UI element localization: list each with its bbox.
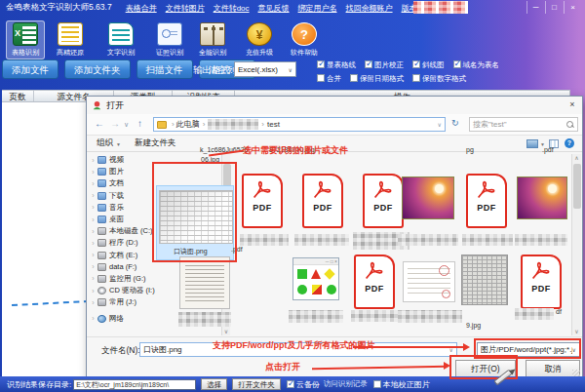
redacted-filename bbox=[289, 310, 343, 323]
scroll-down-icon[interactable]: ∨ bbox=[572, 328, 581, 335]
option-merge[interactable]: 合并 bbox=[317, 74, 341, 84]
dialog-nav-bar: ← → ∨ ↑ › 此电脑 › › test ∨ ↻ 搜索"test" bbox=[87, 114, 582, 136]
checkbox-icon[interactable] bbox=[373, 380, 381, 388]
add-file-button[interactable]: 添加文件 bbox=[2, 59, 58, 79]
file-scanned-doc-thumbnail[interactable] bbox=[179, 256, 230, 309]
option-name-as-sheetname[interactable]: 域名为表名 bbox=[453, 60, 500, 70]
options-row-2: 合并 保留日期格式 保留数字格式 bbox=[317, 74, 466, 84]
forward-icon[interactable]: → bbox=[110, 118, 120, 129]
checkbox-checked-icon[interactable] bbox=[317, 60, 325, 68]
dialog-close-icon[interactable]: × bbox=[565, 98, 580, 111]
annotation-click-open-hint: 点击打开 bbox=[265, 361, 300, 373]
organize-caret-icon: ▼ bbox=[116, 141, 121, 147]
add-folder-button[interactable]: 添加文件夹 bbox=[64, 59, 131, 79]
pdf-logo-icon bbox=[311, 179, 334, 201]
tool-table-recognition[interactable]: 表格识别 bbox=[6, 20, 45, 59]
option-keep-date-format[interactable]: 保留日期格式 bbox=[350, 74, 404, 84]
gridsheet-file-label: 9.jpg bbox=[466, 322, 481, 329]
checkbox-checked-icon[interactable] bbox=[453, 60, 461, 68]
checkbox-icon[interactable] bbox=[412, 74, 420, 82]
pdf-logo-icon bbox=[529, 260, 553, 282]
redacted-filename bbox=[515, 308, 554, 320]
teal-doc-icon bbox=[108, 22, 134, 46]
blue-dashed-annotation bbox=[12, 300, 90, 306]
checkbox-icon[interactable] bbox=[350, 74, 358, 82]
tool-text-recognition[interactable]: 文字识别 bbox=[101, 22, 140, 58]
menu-recover-account[interactable]: 找回余额账户 bbox=[346, 3, 393, 14]
output-format-select[interactable]: Excel(.xlsx) ∨ bbox=[234, 61, 296, 77]
file-pdf-thumbnail[interactable]: PDF bbox=[354, 255, 395, 309]
search-input[interactable]: 搜索"test" bbox=[469, 117, 578, 132]
new-folder-button[interactable]: 新建文件夹 bbox=[135, 137, 176, 149]
back-icon[interactable]: ← bbox=[95, 118, 104, 129]
choose-dir-button[interactable]: 选择 bbox=[201, 378, 227, 390]
file-pdf-thumbnail[interactable]: PDF bbox=[242, 174, 283, 228]
cloud-backup-option[interactable]: 云备份 bbox=[287, 379, 320, 390]
menu-merge-tables[interactable]: 表格合并 bbox=[126, 3, 157, 14]
breadcrumb-caret-icon[interactable]: ∨ bbox=[438, 121, 442, 128]
open-folder-button[interactable]: 打开文件夹 bbox=[232, 378, 281, 390]
save-dir-path[interactable]: E:\文档\ocr_jm189cn\jm189cn\ bbox=[73, 379, 196, 390]
video-icon bbox=[98, 156, 106, 164]
close-button[interactable]: × bbox=[564, 1, 581, 14]
visit-records-link[interactable]: 访问识别记录 bbox=[324, 379, 368, 389]
refresh-icon[interactable]: ↻ bbox=[451, 118, 459, 128]
scrollbar-thumb[interactable] bbox=[573, 164, 581, 209]
file-pdf-thumbnail[interactable]: PDF bbox=[302, 174, 343, 228]
tool-recharge-upgrade[interactable]: ¥ 充值升级 bbox=[240, 22, 279, 58]
save-dir-label: 识别结果保存目录: bbox=[7, 379, 71, 390]
minimize-button[interactable]: ─ bbox=[526, 1, 544, 14]
pdf-logo-icon bbox=[371, 179, 395, 201]
annotation-arrow-line bbox=[353, 346, 464, 348]
scan-file-button[interactable]: 扫描文件 bbox=[136, 59, 193, 79]
breadcrumb-this-pc[interactable]: 此电脑 bbox=[176, 119, 200, 130]
history-caret-icon[interactable]: ∨ bbox=[124, 121, 129, 129]
file-gridsheet-thumbnail[interactable] bbox=[461, 255, 508, 305]
option-keep-number-format[interactable]: 保留数字格式 bbox=[412, 74, 466, 84]
menu-bind-username[interactable]: 绑定用户名 bbox=[298, 3, 337, 14]
drive-icon bbox=[98, 263, 106, 271]
filelist-scrollbar[interactable]: ∧ ∨ bbox=[571, 154, 581, 335]
maximize-button[interactable]: □ bbox=[545, 1, 563, 14]
file-pdf-thumbnail[interactable]: PDF bbox=[466, 174, 507, 228]
option-diagonal-lines[interactable]: 斜线图 bbox=[412, 60, 445, 70]
drive-icon bbox=[98, 227, 106, 235]
file-image-thumbnail[interactable] bbox=[402, 176, 454, 219]
scroll-down-icon[interactable]: ∨ bbox=[222, 328, 230, 335]
network-icon bbox=[98, 315, 106, 323]
tool-allinone-recognition[interactable]: 全能识别 bbox=[193, 22, 232, 58]
menu-file-to-image[interactable]: 文件转图片 bbox=[166, 3, 205, 14]
tool-software-help[interactable]: ? 软件帮助 bbox=[285, 22, 324, 58]
redacted-filename bbox=[398, 234, 458, 246]
file-shapes-thumbnail[interactable]: ─ □ × bbox=[292, 257, 339, 300]
file-invoice-thumbnail[interactable] bbox=[403, 261, 455, 302]
view-thumbnails-icon[interactable] bbox=[526, 139, 538, 148]
checkbox-icon[interactable] bbox=[317, 74, 325, 82]
drive-icon bbox=[98, 252, 106, 259]
options-row-1: 显表格线 图片校正 斜线图 域名为表名 bbox=[317, 60, 499, 70]
file-image-thumbnail[interactable] bbox=[517, 176, 567, 219]
organize-button[interactable]: 组织 bbox=[97, 137, 113, 149]
checkbox-checked-icon[interactable] bbox=[287, 380, 294, 388]
local-correct-option[interactable]: 本地校正图片 bbox=[373, 379, 430, 390]
breadcrumb[interactable]: › 此电脑 › › test ∨ bbox=[153, 117, 446, 132]
breadcrumb-test-folder[interactable]: test bbox=[267, 120, 280, 129]
menu-feedback[interactable]: 意见反馈 bbox=[258, 3, 290, 14]
filename-fragment: .pdf bbox=[542, 146, 554, 153]
tool-hifi-restore[interactable]: 高精还原 bbox=[51, 22, 90, 58]
checkbox-checked-icon[interactable] bbox=[365, 60, 372, 68]
file-pdf-thumbnail[interactable]: PDF bbox=[521, 255, 562, 309]
up-icon[interactable]: ↑ bbox=[137, 118, 142, 129]
option-image-correction[interactable]: 图片校正 bbox=[365, 60, 404, 70]
option-show-table-lines[interactable]: 显表格线 bbox=[317, 60, 356, 70]
help-icon[interactable]: ? bbox=[565, 138, 574, 148]
redacted-filename bbox=[462, 234, 513, 246]
menu-file-to-doc[interactable]: 文件转doc bbox=[214, 3, 250, 14]
tool-id-recognition[interactable]: 证照识别 bbox=[150, 22, 189, 58]
downloads-icon bbox=[98, 192, 106, 200]
checkbox-checked-icon[interactable] bbox=[412, 60, 420, 68]
annotation-select-hint: 选中需要识别的图片或文件 bbox=[243, 144, 348, 157]
scroll-up-icon[interactable]: ∧ bbox=[572, 154, 581, 162]
file-pdf-thumbnail[interactable]: PDF bbox=[363, 174, 404, 228]
drive-icon bbox=[98, 239, 106, 247]
